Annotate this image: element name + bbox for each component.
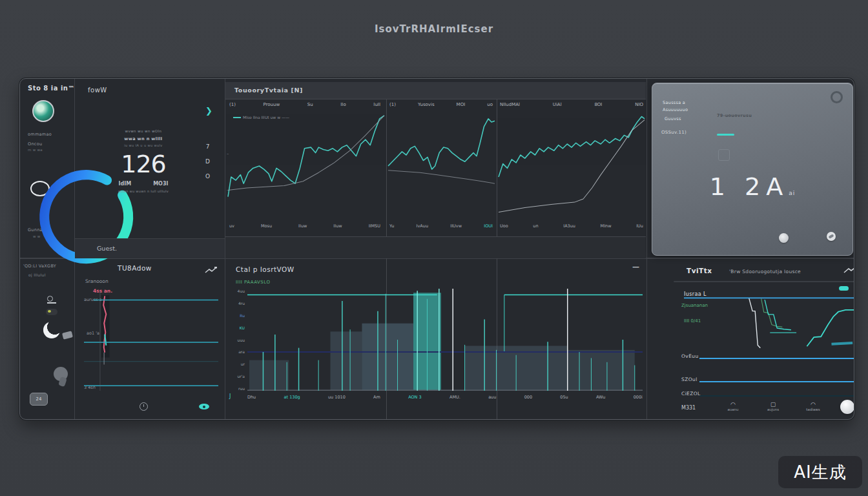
gauge-center: wvwn wu wn wOln wwa wn n wlIlI iu wu IA … [95, 129, 192, 193]
arc-icon: ◠ [719, 401, 747, 408]
summary-text: Sausssa a [663, 100, 685, 105]
sidebar-badge[interactable]: 24 [30, 393, 48, 406]
divider [646, 79, 647, 419]
divider [674, 281, 854, 282]
teal-pill-toggle[interactable] [839, 286, 849, 291]
axis-label: uo [487, 102, 493, 107]
summary-value-sub: ai [789, 190, 795, 196]
row-underline [699, 358, 854, 359]
mini-button-3[interactable]: ◠ tadiaws [799, 401, 827, 411]
axis-label: IIuw [298, 223, 307, 229]
summary-caption: 79-uouovrusu [717, 113, 752, 118]
guest-label: Guest. [97, 245, 117, 252]
axis-label: (1) [229, 102, 236, 107]
axis-label: 8OI [594, 102, 602, 107]
mini-button-2[interactable]: ▢ aujuns [759, 401, 787, 411]
mini-button-1[interactable]: ◠ auanu [719, 401, 747, 411]
axis-label: Mosu [261, 223, 272, 229]
trend-icon[interactable] [844, 267, 854, 273]
axis-label: (1) [389, 102, 396, 107]
axis-label: MInw [601, 223, 612, 229]
axis-label: IuII [373, 102, 380, 107]
pen-icon[interactable] [46, 309, 57, 315]
gauge-value: 126 [95, 150, 192, 178]
gauge-small-text: iu wu IA u u wu wulv [95, 143, 192, 147]
axis-label: un [533, 223, 538, 229]
axis-label: D [205, 158, 210, 165]
axis-label: MOI [457, 102, 466, 107]
round-button-2[interactable] [827, 232, 836, 241]
axis-label: Prouuw [264, 102, 280, 107]
watermark: AI生成 [778, 456, 862, 488]
axis-label: Yu [389, 223, 394, 229]
axis-label: 4uu [238, 289, 245, 293]
activity-legend: IIII PAAAVSLO [236, 280, 270, 285]
axis-label: IIMSU [369, 223, 380, 229]
clock-icon[interactable] [140, 402, 148, 411]
x-axis-labels: YuIvAuuIIUvwIOUI [389, 223, 493, 229]
gauge-small-text: wwa wn n wlIlI [95, 136, 192, 141]
axis-label: KU [240, 326, 245, 330]
column-headers: NIIudMAlUiAl8OINIO [500, 102, 643, 107]
axis-label: ara [238, 349, 245, 354]
axis-label: Yusovis [418, 102, 435, 107]
x-axis-labels: Dhuat 130guu 1010AmAON 3AMU.auu00005uAWu… [247, 395, 643, 400]
line-chart-3 [499, 111, 645, 221]
axis-label: ruu [238, 386, 245, 391]
column-headers: (1)ProuuwSuIIoIuII [229, 102, 380, 107]
detail-subtitle: 'Brw Sdooruogotutja Iousce [729, 269, 801, 274]
sidebar-label: oj IIIuIuI [28, 273, 46, 277]
axis-label: AMU. [450, 395, 460, 400]
detail-row-label: CiEZOL [681, 391, 701, 397]
detail-chart [684, 295, 854, 352]
gauge-panel-title: fowW [88, 87, 107, 94]
guest-button[interactable]: Guest. [75, 238, 225, 258]
row-underline [699, 395, 854, 397]
axis-label: 7 [205, 143, 210, 150]
logo-icon[interactable] [32, 100, 54, 122]
axis-label: IOUI [484, 223, 493, 229]
eye-icon[interactable] [199, 404, 209, 409]
trend-icon[interactable] [205, 267, 217, 273]
flow-chart [84, 290, 218, 391]
arc-icon: ◠ [799, 401, 827, 408]
sidebar-label: m w wa [28, 148, 43, 152]
detail-footer-label: M331 [681, 405, 696, 411]
activity-panel-title: Ctal p IosrtVOW [236, 265, 294, 273]
glyph-icon[interactable] [47, 297, 56, 304]
round-button-1[interactable] [779, 233, 789, 243]
column-headers: (1)YusovisMOIuo [389, 102, 493, 107]
axis-label: IIuw [333, 223, 342, 229]
gauge-small-text: wvwn wu wn wOln [95, 129, 192, 133]
knob-icon[interactable] [54, 367, 68, 381]
teal-dash [717, 134, 734, 136]
box-icon: ▢ [759, 401, 787, 408]
detail-green-label: IIII 0/41 [684, 318, 701, 324]
axis-label: ur [241, 362, 245, 366]
axis-label: 05u [560, 395, 568, 400]
ring-icon[interactable] [831, 91, 843, 103]
axis-label: ur'a [237, 374, 245, 378]
summary-value: 1 2Aai [652, 172, 852, 201]
ghost-square [718, 149, 730, 161]
crescent-icon[interactable] [43, 322, 60, 338]
line-chart-1 [228, 111, 384, 221]
summary-text: OSSuv.11) [661, 130, 687, 135]
corner-glyph: J [229, 393, 231, 399]
axis-label: AON 3 [408, 395, 422, 400]
page-title: IsovTrRHAIrmIEcser [0, 23, 868, 35]
axis-label: NIO [635, 102, 643, 107]
chevron-right-icon[interactable]: ❯ [205, 106, 212, 116]
axis-label: AWu [596, 395, 605, 400]
axis-label: Am [373, 395, 380, 400]
round-action-button[interactable] [840, 400, 854, 414]
gauge-small-text: wuwn wu wuwn n IuIl uIlIuIv [95, 189, 192, 193]
gauge-side-chars: 7DO [205, 143, 210, 180]
flow-subtitle: Sranooon [85, 278, 108, 284]
axis-label: NIIudMAl [500, 102, 520, 107]
minimize-icon[interactable]: — [632, 263, 639, 271]
flow-panel-title: TU8Adow [118, 264, 152, 272]
axis-label: UiAl [553, 102, 562, 107]
detail-row-label: OvEuu [681, 353, 699, 359]
x-axis-labels: UoounIA3uuMInwIUu [500, 223, 643, 229]
